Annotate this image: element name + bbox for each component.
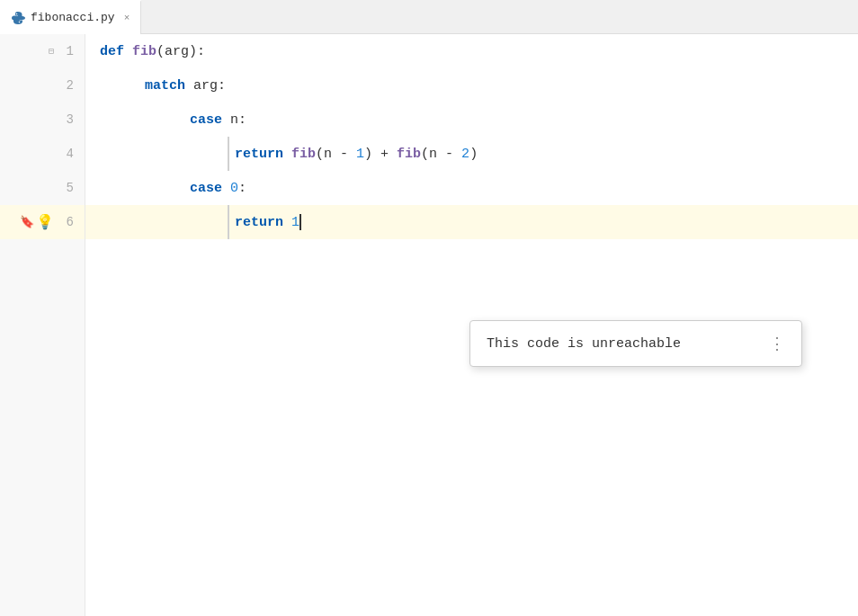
token-fib-4b: fib — [397, 147, 421, 162]
svg-point-1 — [16, 13, 18, 14]
token-def: def — [100, 44, 132, 59]
vertical-line-6 — [228, 205, 229, 239]
token-paren-4b: (n - — [421, 147, 461, 162]
file-tab[interactable]: fibonacci.py × — [0, 0, 141, 34]
python-icon — [11, 11, 25, 25]
vertical-line-4 — [228, 137, 229, 171]
code-line-2: match arg: — [85, 68, 858, 103]
token-zero: 0 — [230, 181, 238, 196]
token-return-6: return — [235, 215, 291, 230]
token-return-4: return — [235, 147, 291, 162]
gutter-row-2: 2 — [0, 68, 85, 103]
tab-close-button[interactable]: × — [124, 13, 130, 23]
line-number-5: 5 — [56, 181, 74, 195]
token-n-colon: n: — [230, 112, 246, 128]
code-line-4: return fib (n - 1 ) + fib (n - 2 ) — [85, 137, 858, 171]
token-plus: ) + — [364, 147, 397, 162]
line-number-1: 1 — [56, 44, 74, 58]
code-line-6: return 1 — [85, 205, 858, 239]
token-case-0: case — [190, 181, 230, 196]
gutter-row-3: 3 — [0, 103, 85, 137]
code-line-5: case 0 : — [85, 171, 858, 205]
gutter-row-5: 5 — [0, 171, 85, 205]
token-arg: arg: — [193, 78, 226, 94]
token-colon-5: : — [238, 181, 246, 196]
text-cursor — [299, 214, 301, 230]
gutter-row-1: ⊟ 1 — [0, 34, 85, 68]
svg-point-2 — [19, 21, 21, 22]
token-fib-4a: fib — [291, 147, 316, 162]
code-line-3: case n: — [85, 103, 858, 137]
unreachable-popup: This code is unreachable ⋮ — [469, 320, 802, 367]
token-one: 1 — [291, 215, 299, 230]
token-match: match — [145, 78, 193, 94]
token-fib: fib — [132, 44, 156, 59]
code-line-1: def fib (arg): — [85, 34, 858, 68]
line-number-4: 4 — [56, 147, 74, 161]
line-number-3: 3 — [56, 112, 74, 127]
editor-body: ⊟ 1 2 3 4 5 🔖 💡 6 — [0, 34, 858, 616]
gutter-row-4: 4 — [0, 137, 85, 171]
token-paren-4a: (n - — [316, 147, 356, 162]
code-area: def fib (arg): match arg: case n: return… — [85, 34, 858, 616]
tab-bar: fibonacci.py × — [0, 0, 858, 34]
line-number-2: 2 — [56, 78, 74, 93]
fold-icon-1[interactable]: ⊟ — [49, 46, 54, 57]
tab-filename: fibonacci.py — [31, 11, 115, 24]
token-close-paren: ) — [469, 147, 478, 162]
popup-menu-button[interactable]: ⋮ — [769, 334, 785, 353]
gutter-row-6: 🔖 💡 6 — [0, 205, 85, 239]
token-num-1: 1 — [356, 147, 364, 162]
popup-message: This code is unreachable — [487, 336, 755, 352]
lightbulb-icon-6[interactable]: 💡 — [36, 213, 54, 231]
token-args: (arg): — [156, 44, 205, 59]
editor-window: fibonacci.py × ⊟ 1 2 3 4 — [0, 0, 858, 616]
token-num-2: 2 — [461, 147, 469, 162]
gutter: ⊟ 1 2 3 4 5 🔖 💡 6 — [0, 34, 85, 616]
token-case-n: case — [190, 112, 230, 128]
line-number-6: 6 — [56, 215, 74, 229]
bookmark-icon-6: 🔖 — [20, 215, 34, 229]
